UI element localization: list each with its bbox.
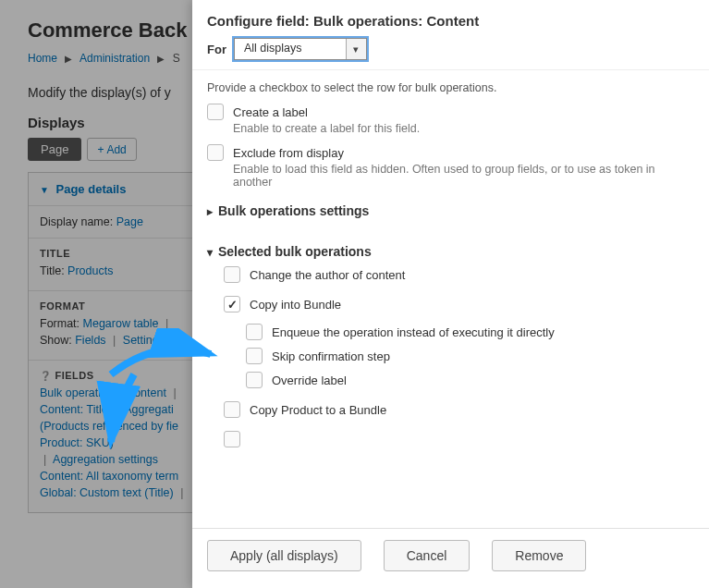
op-change-author-checkbox[interactable] <box>224 266 240 283</box>
op-override-checkbox[interactable] <box>246 372 263 388</box>
bulk-settings-toggle[interactable]: Bulk operations settings <box>207 203 694 218</box>
selected-ops-toggle[interactable]: Selected bulk operations <box>207 244 694 259</box>
exclude-text: Exclude from display <box>233 146 344 160</box>
bulk-settings-label: Bulk operations settings <box>218 203 369 218</box>
cancel-button[interactable]: Cancel <box>384 540 471 571</box>
op-change-author-label: Change the author of content <box>250 268 405 282</box>
op-enqueue-checkbox[interactable] <box>246 324 263 340</box>
create-label-help: Enable to create a label for this field. <box>233 122 694 135</box>
op-copy-product-label: Copy Product to a Bundle <box>250 403 386 417</box>
chevron-right-icon <box>207 203 213 218</box>
exclude-help: Enable to load this field as hidden. Oft… <box>233 163 694 189</box>
modal-title: Configure field: Bulk operations: Conten… <box>207 13 694 29</box>
op-copy-product-checkbox[interactable] <box>224 401 240 418</box>
apply-button[interactable]: Apply (all displays) <box>207 540 361 571</box>
chevron-down-icon[interactable] <box>346 39 366 59</box>
remove-button[interactable]: Remove <box>492 540 586 571</box>
for-label: For <box>207 43 226 56</box>
create-label-text: Create a label <box>233 105 308 119</box>
op-override-label: Override label <box>272 374 347 387</box>
op-skip-label: Skip confirmation step <box>272 349 390 363</box>
op-extra-checkbox[interactable] <box>224 431 240 447</box>
create-label-checkbox[interactable] <box>207 104 224 120</box>
op-copy-bundle-label: Copy into Bundle <box>250 298 341 312</box>
op-enqueue-label: Enqueue the operation instead of executi… <box>272 325 555 339</box>
for-select-value: All displays <box>235 39 346 59</box>
exclude-checkbox[interactable] <box>207 144 224 161</box>
modal-help-text: Provide a checkbox to select the row for… <box>207 81 694 94</box>
selected-ops-label: Selected bulk operations <box>218 244 372 259</box>
op-skip-checkbox[interactable] <box>246 348 263 364</box>
chevron-down-icon <box>207 244 213 259</box>
configure-field-modal: Configure field: Bulk operations: Conten… <box>192 0 709 588</box>
op-copy-bundle-checkbox[interactable] <box>224 296 240 312</box>
for-select[interactable]: All displays <box>234 38 367 60</box>
